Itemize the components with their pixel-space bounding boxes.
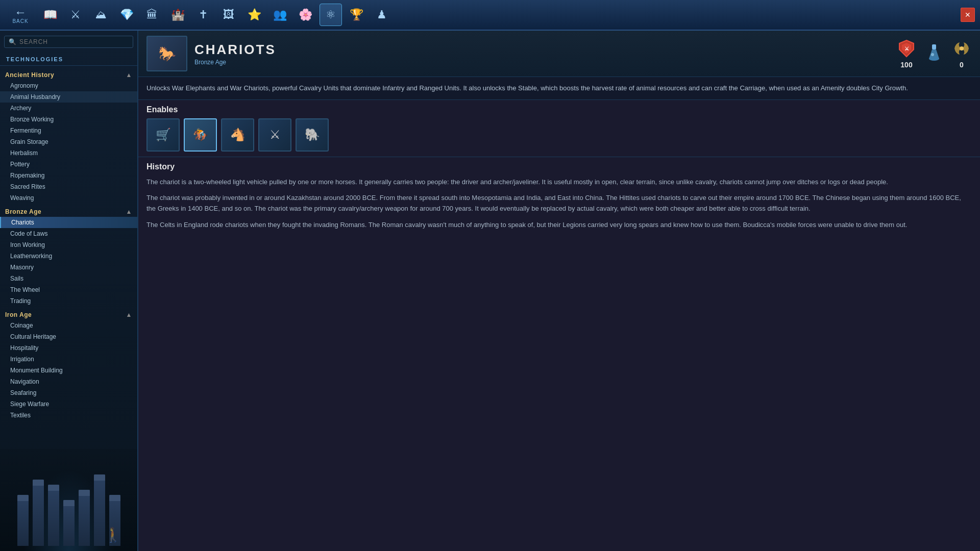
history-title: History [146, 162, 972, 171]
nav-star-icon[interactable]: ⭐ [243, 4, 265, 26]
history-paragraph-3: The Celts in England rode chariots when … [146, 219, 972, 230]
main-panel: 🐎 CHARIOTS Bronze Age ⚔ 100 [138, 31, 980, 551]
resource-shield-value: 100 [900, 61, 912, 69]
column-1 [17, 495, 29, 546]
enables-title: Enables [146, 105, 972, 114]
column-6 [94, 474, 105, 546]
history-section: History The chariot is a two-wheeled lig… [138, 157, 980, 552]
search-input[interactable] [19, 38, 129, 45]
top-bar: ← BACK 📖 ⚔ ⛰ 💎 🏛 🏰 ✝ 🖼 ⭐ 👥 🌸 ⚛ 🏆 ♟ ✕ [0, 0, 980, 31]
tech-bronze-working[interactable]: Bronze Working [0, 114, 137, 125]
enable-item-elephant[interactable]: 🐘 [296, 118, 329, 152]
tech-monument-building[interactable]: Monument Building [0, 365, 137, 376]
collapse-iron-icon[interactable]: ▲ [126, 311, 132, 318]
technologies-label: TECHNOLOGIES [0, 53, 137, 66]
tech-sails[interactable]: Sails [0, 273, 137, 284]
column-4 [63, 500, 75, 546]
tech-iron-working[interactable]: Iron Working [0, 239, 137, 251]
era-header-ancient[interactable]: Ancient History ▲ [0, 69, 137, 80]
tech-grain-storage[interactable]: Grain Storage [0, 136, 137, 147]
tech-masonry[interactable]: Masonry [0, 262, 137, 273]
tech-hospitality[interactable]: Hospitality [0, 342, 137, 354]
column-2 [33, 480, 44, 546]
era-iron-label: Iron Age [5, 311, 32, 318]
tech-header: 🐎 CHARIOTS Bronze Age ⚔ 100 [138, 31, 980, 77]
svg-point-6 [931, 53, 934, 56]
columns-art: 🚶 [0, 449, 137, 546]
era-ancient-label: Ancient History [5, 71, 54, 79]
nav-people-icon[interactable]: 👥 [268, 4, 291, 26]
resource-shield: ⚔ 100 [896, 38, 917, 69]
tech-navigation[interactable]: Navigation [0, 376, 137, 387]
enables-section: Enables 🛒 🏇 🐴 ⚔ 🐘 [138, 100, 980, 157]
tech-description: Unlocks War Elephants and War Chariots, … [138, 77, 980, 100]
svg-point-5 [929, 57, 939, 61]
era-header-bronze[interactable]: Bronze Age ▲ [0, 206, 137, 217]
nav-gem-icon[interactable]: 💎 [115, 4, 138, 26]
nav-tower-icon[interactable]: 🏰 [166, 4, 189, 26]
tech-herbalism[interactable]: Herbalism [0, 147, 137, 159]
tech-coinage[interactable]: Coinage [0, 320, 137, 331]
svg-point-7 [960, 46, 964, 51]
collapse-bronze-icon[interactable]: ▲ [126, 208, 132, 215]
enables-items: 🛒 🏇 🐴 ⚔ 🐘 [146, 118, 972, 152]
nav-governor-icon[interactable]: ♟ [371, 4, 393, 26]
tech-code-of-laws[interactable]: Code of Laws [0, 228, 137, 239]
enable-item-chariot[interactable]: 🏇 [184, 118, 217, 152]
back-label: BACK [12, 18, 28, 24]
svg-text:⚔: ⚔ [904, 46, 909, 52]
nav-culture-icon[interactable]: 🌸 [294, 4, 316, 26]
back-arrow-icon: ← [14, 6, 27, 18]
tech-subtitle: Bronze Age [194, 59, 889, 66]
svg-rect-3 [932, 44, 936, 49]
enable-item-war-chariot[interactable]: ⚔ [258, 118, 291, 152]
wreath-resource-icon [951, 38, 972, 59]
nav-wreath-icon[interactable]: 🏆 [345, 4, 368, 26]
nav-troops-icon[interactable]: ⚔ [64, 4, 87, 26]
enable-item-carriage[interactable]: 🛒 [146, 118, 180, 152]
close-button[interactable]: ✕ [961, 8, 975, 22]
collapse-ancient-icon[interactable]: ▲ [126, 71, 132, 79]
sidebar-decorative-bottom: 🚶 [0, 449, 137, 551]
tech-portrait-emoji: 🐎 [158, 45, 176, 62]
nav-temple-icon[interactable]: 🏛 [141, 4, 163, 26]
column-5 [79, 490, 90, 546]
tech-cultural-heritage[interactable]: Cultural Heritage [0, 331, 137, 342]
column-3 [48, 485, 59, 546]
era-header-iron[interactable]: Iron Age ▲ [0, 309, 137, 320]
nav-portrait-icon[interactable]: 🖼 [217, 4, 240, 26]
tech-chariots[interactable]: Chariots [0, 217, 137, 228]
tech-ropemaking[interactable]: Ropemaking [0, 170, 137, 181]
tech-leatherworking[interactable]: Leatherworking [0, 251, 137, 262]
tech-agronomy[interactable]: Agronomy [0, 80, 137, 91]
resource-wreath-value: 0 [960, 61, 964, 69]
tech-weaving[interactable]: Weaving [0, 192, 137, 204]
back-button[interactable]: ← BACK [5, 1, 36, 29]
flask-resource-icon [924, 42, 944, 63]
tech-fermenting[interactable]: Fermenting [0, 125, 137, 136]
resource-flask [924, 42, 944, 65]
tech-pottery[interactable]: Pottery [0, 159, 137, 170]
tech-list: Ancient History ▲ Agronomy Animal Husban… [0, 67, 137, 449]
nav-religion-icon[interactable]: ✝ [192, 4, 214, 26]
sidebar: 🔍 TECHNOLOGIES Ancient History ▲ Agronom… [0, 31, 138, 551]
tech-sacred-rites[interactable]: Sacred Rites [0, 181, 137, 192]
tech-the-wheel[interactable]: The Wheel [0, 284, 137, 295]
search-bar[interactable]: 🔍 [4, 36, 133, 48]
nav-mountain-icon[interactable]: ⛰ [90, 4, 112, 26]
tech-animal-husbandry[interactable]: Animal Husbandry [0, 91, 137, 103]
tech-irrigation[interactable]: Irrigation [0, 354, 137, 365]
main-layout: 🔍 TECHNOLOGIES Ancient History ▲ Agronom… [0, 31, 980, 551]
enable-item-horse[interactable]: 🐴 [221, 118, 254, 152]
tech-textiles[interactable]: Textiles [0, 410, 137, 421]
tech-resources: ⚔ 100 [896, 38, 972, 69]
tech-portrait: 🐎 [146, 36, 187, 71]
nav-science-icon[interactable]: ⚛ [320, 4, 342, 26]
tech-archery[interactable]: Archery [0, 103, 137, 114]
nav-book-icon[interactable]: 📖 [39, 4, 61, 26]
search-icon: 🔍 [9, 38, 16, 45]
tech-title-block: CHARIOTS Bronze Age [194, 42, 889, 66]
tech-siege-warfare[interactable]: Siege Warfare [0, 398, 137, 410]
tech-seafaring[interactable]: Seafaring [0, 387, 137, 398]
tech-trading[interactable]: Trading [0, 295, 137, 307]
